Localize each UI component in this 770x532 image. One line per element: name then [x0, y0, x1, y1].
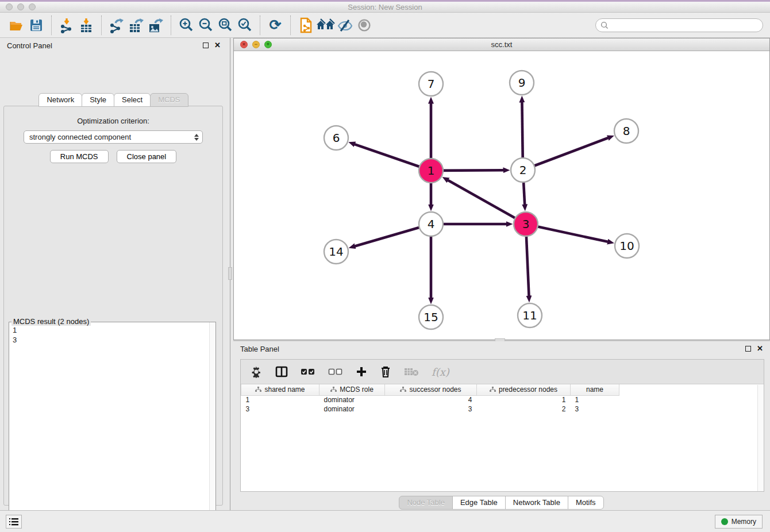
network-graph[interactable]: 7968124314101511: [234, 51, 769, 340]
delete-table-icon[interactable]: [404, 367, 419, 376]
node-table-block: f(x) shared nameMCDS rolesuccessor nodes…: [240, 359, 764, 492]
table-tabs: Node TableEdge TableNetwork TableMotifs: [233, 496, 770, 510]
import-table-icon[interactable]: [76, 16, 96, 35]
search-icon: [600, 21, 609, 29]
node-label-9: 9: [518, 76, 526, 90]
cell-name[interactable]: 3: [571, 404, 619, 414]
table-row[interactable]: 3dominator323: [241, 404, 619, 414]
zoom-fit-icon[interactable]: [215, 16, 235, 35]
cell-successor-nodes[interactable]: 3: [385, 404, 477, 414]
export-table-icon[interactable]: [126, 16, 146, 35]
cell-successor-nodes[interactable]: 4: [385, 395, 477, 404]
column-label: successor nodes: [409, 385, 461, 394]
tab-mcds[interactable]: MCDS: [150, 93, 188, 107]
memory-button[interactable]: Memory: [715, 515, 763, 529]
control-tabs: NetworkStyleSelectMCDS: [0, 93, 228, 107]
tab-select[interactable]: Select: [114, 93, 151, 107]
network-view-window: × − + scc.txt 7968124314101511: [233, 38, 770, 340]
column-header-name[interactable]: name: [571, 384, 619, 395]
control-panel: Control Panel ✕ NetworkStyleSelectMCDS O…: [0, 38, 228, 510]
column-header-MCDS-role[interactable]: MCDS role: [319, 384, 385, 395]
network-window-titlebar[interactable]: × − + scc.txt: [234, 38, 769, 51]
sort-hierarchy-icon: [400, 387, 406, 392]
cell-MCDS-role[interactable]: dominator: [319, 395, 385, 404]
zoom-in-icon[interactable]: [176, 16, 196, 35]
edge-2-8[interactable]: [523, 138, 608, 170]
table-toolbar: f(x): [241, 360, 764, 384]
import-network-icon[interactable]: [57, 16, 76, 35]
toolbar-separator: [171, 16, 171, 35]
network-canvas[interactable]: 7968124314101511: [234, 51, 769, 340]
mcds-result-list[interactable]: 1 3: [9, 324, 209, 532]
splitter-grip[interactable]: [228, 267, 232, 280]
select-chevrons-icon: [194, 134, 199, 141]
delete-column-icon[interactable]: [380, 365, 391, 378]
new-network-document-icon[interactable]: [296, 16, 315, 35]
close-panel-icon[interactable]: ✕: [757, 346, 763, 352]
tab-node-table[interactable]: Node Table: [399, 496, 453, 510]
toggle-column-display-icon[interactable]: [275, 366, 288, 377]
tab-edge-table[interactable]: Edge Table: [452, 496, 506, 510]
edge-3-1[interactable]: [448, 180, 526, 224]
main-toolbar: ⟳: [0, 13, 770, 38]
task-history-button[interactable]: [6, 515, 22, 529]
export-network-icon[interactable]: [107, 16, 126, 35]
node-label-4: 4: [428, 217, 435, 231]
node-label-10: 10: [619, 239, 634, 253]
cell-MCDS-role[interactable]: dominator: [319, 404, 385, 414]
sort-hierarchy-icon: [490, 387, 496, 392]
control-panel-title: Control Panel: [7, 41, 52, 50]
table-row[interactable]: 1dominator411: [241, 395, 619, 404]
float-panel-icon[interactable]: [203, 43, 209, 48]
mcds-result-box: MCDS result (2 nodes) 1 3: [9, 322, 216, 532]
settings-gear-icon[interactable]: [250, 365, 263, 378]
node-label-3: 3: [522, 217, 530, 231]
column-header-successor-nodes[interactable]: successor nodes: [385, 384, 477, 395]
zoom-selected-icon[interactable]: [235, 16, 255, 35]
float-panel-icon[interactable]: [745, 346, 751, 352]
node-label-7: 7: [428, 77, 435, 91]
column-label: shared name: [264, 385, 305, 394]
table-panel: Table Panel ✕: [233, 341, 770, 510]
toolbar-separator: [290, 16, 291, 35]
tab-network[interactable]: Network: [38, 93, 82, 107]
close-panel-icon[interactable]: ✕: [214, 43, 221, 48]
open-session-icon[interactable]: [7, 16, 26, 35]
run-mcds-button[interactable]: Run MCDS: [50, 150, 109, 163]
cell-predecessor-nodes[interactable]: 1: [477, 395, 571, 404]
table-scrollbar[interactable]: [757, 385, 764, 491]
function-builder-icon[interactable]: f(x): [432, 366, 449, 378]
cell-predecessor-nodes[interactable]: 2: [477, 404, 571, 414]
cell-shared-name[interactable]: 3: [241, 404, 319, 414]
cell-name[interactable]: 1: [571, 395, 619, 404]
close-panel-button[interactable]: Close panel: [117, 150, 177, 163]
eye-show-details-icon[interactable]: [355, 16, 374, 35]
tab-style[interactable]: Style: [82, 93, 114, 107]
app-titlebar: Session: New Session: [0, 2, 770, 13]
column-label: MCDS role: [340, 385, 374, 394]
save-session-icon[interactable]: [26, 16, 46, 35]
eye-slash-hide-details-icon[interactable]: [335, 16, 355, 35]
search-input[interactable]: [611, 21, 758, 29]
mcds-tab-content: Optimization criterion: strongly connect…: [3, 106, 223, 506]
houses-layout-icon[interactable]: [315, 16, 335, 35]
node-table[interactable]: shared nameMCDS rolesuccessor nodesprede…: [241, 384, 619, 414]
column-header-predecessor-nodes[interactable]: predecessor nodes: [477, 384, 571, 395]
criterion-select-value: strongly connected component: [29, 133, 131, 141]
column-header-shared-name[interactable]: shared name: [241, 384, 319, 395]
add-column-icon[interactable]: [356, 366, 367, 377]
toolbar-separator: [51, 16, 52, 35]
deselect-all-checkboxes-icon[interactable]: [328, 368, 343, 375]
sort-hierarchy-icon: [255, 387, 261, 392]
vertical-splitter[interactable]: [228, 38, 233, 510]
export-image-icon[interactable]: [146, 16, 165, 35]
zoom-out-icon[interactable]: [196, 16, 215, 35]
refresh-icon[interactable]: ⟳: [265, 16, 285, 35]
result-scrollbar[interactable]: [209, 322, 215, 532]
tab-network-table[interactable]: Network Table: [505, 496, 568, 510]
sort-hierarchy-icon: [330, 387, 337, 392]
criterion-select[interactable]: strongly connected component: [24, 130, 203, 144]
cell-shared-name[interactable]: 1: [241, 395, 319, 404]
tab-motifs[interactable]: Motifs: [568, 496, 604, 510]
select-all-checkboxes-icon[interactable]: [301, 368, 315, 375]
